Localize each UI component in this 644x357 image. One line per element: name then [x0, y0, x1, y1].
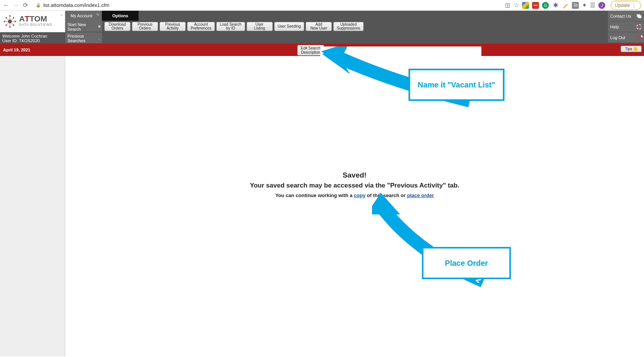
previous-searches-button[interactable]: Previous Searches — [65, 32, 102, 44]
header-right-col: My Account ✎ Options Start New Search Do… — [65, 11, 644, 44]
reload-button[interactable]: ⟳ — [23, 2, 28, 9]
tab-row: My Account ✎ Options — [65, 11, 644, 21]
welcome-box: Welcome John Cochran User ID: TKOS2020 — [0, 32, 65, 44]
tab-my-account[interactable]: My Account ✎ — [65, 11, 102, 21]
forward-button[interactable]: → — [13, 2, 19, 9]
previous-activity-button[interactable]: PreviousActivity — [160, 22, 186, 31]
svg-marker-28 — [320, 56, 359, 79]
svg-text:T: T — [25, 14, 30, 23]
svg-text:™: ™ — [60, 14, 63, 17]
svg-text:A: A — [19, 14, 25, 23]
tips-button[interactable]: Tips — [621, 46, 642, 52]
red-bar: April 19, 2021 Edit Search Description T… — [0, 44, 644, 56]
logout-label: Log Out — [610, 35, 625, 40]
account-preferences-button[interactable]: AccountPreferences — [187, 22, 215, 31]
svg-text:DATA SOLUTIONS: DATA SOLUTIONS — [19, 23, 52, 26]
back-button[interactable]: ← — [3, 2, 9, 9]
logo: A T TOM ™ DATA SOLUTIONS — [0, 11, 65, 32]
bookmark-star-icon[interactable]: ☆ — [514, 2, 519, 9]
svg-marker-29 — [321, 56, 352, 80]
cursor-icon — [639, 34, 644, 40]
drive-icon[interactable] — [522, 2, 529, 9]
tab-options-label: Options — [112, 13, 128, 18]
lifering-icon — [636, 24, 642, 30]
previous-orders-button[interactable]: PreviousOrders — [132, 22, 158, 31]
logout-button[interactable]: Log Out — [608, 32, 644, 43]
uploaded-suppressions-button[interactable]: UploadedSuppressions — [333, 22, 364, 31]
svg-line-11 — [6, 21, 10, 25]
load-search-button[interactable]: Load Searchby ID — [216, 22, 245, 31]
chat-icon — [636, 13, 642, 19]
edit-search-description-button[interactable]: Edit Search Description — [297, 45, 324, 56]
svg-text:TOM: TOM — [30, 14, 47, 23]
ext-red-icon[interactable]: ••• — [532, 2, 539, 9]
svg-line-10 — [10, 18, 13, 21]
browser-chrome: ← → ⟳ 🔒 list.attomdata.com/index1.cfm ⚿ … — [0, 0, 644, 11]
svg-rect-23 — [638, 15, 641, 18]
place-order-link[interactable]: place order — [407, 192, 434, 198]
copy-link[interactable]: copy — [354, 192, 366, 198]
right-button-stack: Contact Us Help Log Out — [608, 11, 644, 43]
sidebar-area — [0, 56, 65, 356]
edit-search-l1: Edit Search — [301, 46, 321, 50]
tab-options[interactable]: Options — [102, 11, 139, 21]
svg-line-12 — [10, 21, 13, 25]
help-label: Help — [610, 25, 619, 29]
nav-arrows: ← → ⟳ — [3, 2, 28, 9]
extension-icons: ⚿ ☆ ••• G ✱ 1b ✦ ☰ J — [505, 2, 605, 9]
lightbulb-icon — [634, 47, 637, 51]
welcome-userid: User ID: TKOS2020 — [2, 38, 63, 43]
pen-icon[interactable] — [562, 2, 569, 9]
content-wrap: Saved! Your saved search may be accessed… — [0, 56, 644, 356]
tips-label: Tips — [625, 47, 632, 51]
grammarly-icon[interactable]: G — [542, 2, 549, 9]
ext-grey-icon[interactable]: 1b — [572, 2, 579, 9]
current-date: April 19, 2021 — [3, 48, 30, 52]
toolbar-row-2: Previous Searches — [65, 32, 644, 44]
contact-us-button[interactable]: Contact Us — [608, 11, 644, 21]
toolbar-row: Start New Search DownloadOrders Previous… — [65, 21, 644, 32]
callout1-text: Name it "Vacant List" — [418, 81, 495, 89]
toolbar: DownloadOrders PreviousOrders PreviousAc… — [104, 21, 364, 32]
app-header: A T TOM ™ DATA SOLUTIONS Welcome John Co… — [0, 11, 644, 44]
tab-my-account-label: My Account — [71, 13, 92, 18]
profile-avatar-icon[interactable]: J — [598, 2, 605, 9]
annotation-callout-2: Place Order — [422, 247, 511, 279]
chrome-update-button[interactable]: Update ⋮ — [611, 1, 641, 10]
lock-icon: 🔒 — [36, 3, 41, 8]
pencil-icon: ✎ — [96, 13, 99, 17]
help-button[interactable]: Help — [608, 21, 644, 32]
edit-search-l2: Description — [301, 50, 321, 54]
cont-mid: of this search or — [366, 192, 407, 198]
previous-searches-icon — [98, 37, 100, 39]
url-text: list.attomdata.com/index1.cfm — [43, 2, 109, 8]
header-left-col: A T TOM ™ DATA SOLUTIONS Welcome John Co… — [0, 11, 65, 44]
svg-line-9 — [6, 18, 10, 21]
user-seeding-button[interactable]: User Seeding — [274, 22, 305, 31]
saved-title: Saved! — [65, 171, 644, 179]
callout2-text: Place Order — [445, 259, 488, 268]
saved-subtitle: Your saved search may be accessed via th… — [65, 182, 644, 189]
reading-list-icon[interactable]: ☰ — [590, 2, 595, 9]
key-icon[interactable]: ⚿ — [505, 2, 511, 8]
annotation-callout-1: Name it "Vacant List" — [408, 69, 504, 101]
saved-confirmation: Saved! Your saved search may be accessed… — [65, 171, 644, 198]
main-content: Saved! Your saved search may be accessed… — [65, 56, 644, 356]
welcome-name: Welcome John Cochran — [2, 34, 63, 38]
side-buttons: Start New Search — [65, 21, 102, 32]
start-new-search-button[interactable]: Start New Search — [65, 21, 102, 32]
contact-us-label: Contact Us — [610, 14, 631, 18]
add-new-user-button[interactable]: AddNew User — [306, 22, 332, 31]
start-new-search-label: Start New Search — [68, 22, 91, 31]
menu-dots-icon: ⋮ — [631, 2, 637, 8]
loom-icon[interactable]: ✱ — [552, 2, 559, 9]
saved-continue-line: You can continue working with a copy of … — [65, 192, 644, 198]
download-orders-button[interactable]: DownloadOrders — [104, 22, 130, 31]
address-bar[interactable]: 🔒 list.attomdata.com/index1.cfm — [36, 2, 502, 8]
start-new-search-icon — [98, 25, 100, 28]
update-label: Update — [615, 3, 630, 8]
user-listing-button[interactable]: UserListing — [247, 22, 273, 31]
previous-searches-label: Previous Searches — [68, 34, 91, 43]
cont-prefix: You can continue working with a — [275, 192, 354, 198]
extensions-puzzle-icon[interactable]: ✦ — [582, 2, 587, 9]
